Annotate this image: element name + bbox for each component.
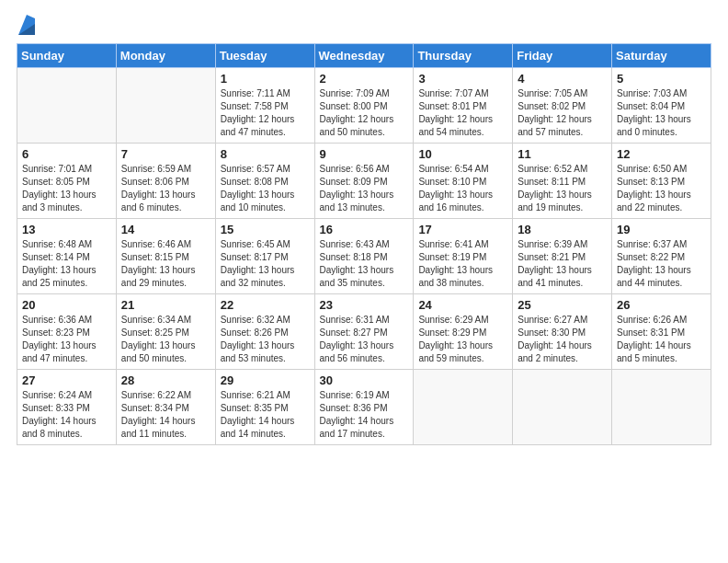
day-number: 29 [221, 373, 310, 387]
day-number: 20 [22, 298, 111, 312]
day-number: 1 [221, 72, 310, 86]
day-number: 27 [22, 373, 111, 387]
day-number: 10 [418, 147, 507, 161]
calendar-week-3: 13Sunrise: 6:48 AM Sunset: 8:14 PM Dayli… [17, 219, 711, 294]
day-detail: Sunrise: 6:52 AM Sunset: 8:11 PM Dayligh… [518, 163, 607, 214]
day-header-monday: Monday [116, 44, 215, 68]
calendar-cell [17, 68, 117, 144]
day-number: 25 [518, 298, 607, 312]
calendar-cell: 6Sunrise: 7:01 AM Sunset: 8:05 PM Daylig… [17, 144, 117, 219]
day-detail: Sunrise: 6:48 AM Sunset: 8:14 PM Dayligh… [22, 238, 111, 290]
calendar-cell: 21Sunrise: 6:34 AM Sunset: 8:25 PM Dayli… [116, 294, 215, 370]
day-number: 5 [617, 72, 706, 86]
day-detail: Sunrise: 6:39 AM Sunset: 8:21 PM Dayligh… [518, 238, 607, 290]
day-detail: Sunrise: 7:07 AM Sunset: 8:01 PM Dayligh… [418, 87, 507, 139]
day-detail: Sunrise: 6:24 AM Sunset: 8:33 PM Dayligh… [22, 389, 111, 441]
day-number: 12 [617, 147, 706, 161]
day-header-saturday: Saturday [612, 44, 711, 68]
page: SundayMondayTuesdayWednesdayThursdayFrid… [0, 0, 728, 563]
day-detail: Sunrise: 6:56 AM Sunset: 8:09 PM Dayligh… [320, 163, 409, 214]
calendar-cell: 7Sunrise: 6:59 AM Sunset: 8:06 PM Daylig… [116, 144, 215, 219]
calendar-table: SundayMondayTuesdayWednesdayThursdayFrid… [17, 43, 711, 445]
calendar-cell: 24Sunrise: 6:29 AM Sunset: 8:29 PM Dayli… [414, 294, 513, 370]
logo-icon [18, 15, 35, 35]
day-header-thursday: Thursday [414, 44, 513, 68]
day-detail: Sunrise: 6:21 AM Sunset: 8:35 PM Dayligh… [221, 389, 310, 441]
day-number: 7 [121, 147, 210, 161]
day-detail: Sunrise: 6:32 AM Sunset: 8:26 PM Dayligh… [221, 314, 310, 365]
calendar-cell [612, 370, 711, 445]
day-number: 4 [518, 72, 607, 86]
day-detail: Sunrise: 7:03 AM Sunset: 8:04 PM Dayligh… [617, 87, 706, 139]
day-number: 3 [418, 72, 507, 86]
calendar-cell [116, 68, 215, 144]
calendar-cell: 25Sunrise: 6:27 AM Sunset: 8:30 PM Dayli… [513, 294, 612, 370]
day-detail: Sunrise: 6:50 AM Sunset: 8:13 PM Dayligh… [617, 163, 706, 214]
calendar-week-4: 20Sunrise: 6:36 AM Sunset: 8:23 PM Dayli… [17, 294, 711, 370]
day-number: 26 [617, 298, 706, 312]
day-number: 6 [22, 147, 111, 161]
day-detail: Sunrise: 7:01 AM Sunset: 8:05 PM Dayligh… [22, 163, 111, 214]
calendar-cell: 12Sunrise: 6:50 AM Sunset: 8:13 PM Dayli… [612, 144, 711, 219]
calendar-cell: 15Sunrise: 6:45 AM Sunset: 8:17 PM Dayli… [215, 219, 314, 294]
day-detail: Sunrise: 6:59 AM Sunset: 8:06 PM Dayligh… [121, 163, 210, 214]
calendar-header-row: SundayMondayTuesdayWednesdayThursdayFrid… [17, 44, 711, 68]
calendar-cell: 3Sunrise: 7:07 AM Sunset: 8:01 PM Daylig… [414, 68, 513, 144]
day-number: 15 [221, 223, 310, 236]
calendar-cell: 2Sunrise: 7:09 AM Sunset: 8:00 PM Daylig… [314, 68, 414, 144]
header [17, 15, 711, 36]
calendar-cell: 11Sunrise: 6:52 AM Sunset: 8:11 PM Dayli… [513, 144, 612, 219]
day-number: 13 [22, 223, 111, 236]
day-detail: Sunrise: 6:36 AM Sunset: 8:23 PM Dayligh… [22, 314, 111, 365]
day-detail: Sunrise: 6:57 AM Sunset: 8:08 PM Dayligh… [221, 163, 310, 214]
calendar-cell: 23Sunrise: 6:31 AM Sunset: 8:27 PM Dayli… [314, 294, 414, 370]
calendar-cell: 26Sunrise: 6:26 AM Sunset: 8:31 PM Dayli… [612, 294, 711, 370]
calendar-cell: 27Sunrise: 6:24 AM Sunset: 8:33 PM Dayli… [17, 370, 117, 445]
day-detail: Sunrise: 6:29 AM Sunset: 8:29 PM Dayligh… [418, 314, 507, 365]
day-number: 18 [518, 223, 607, 236]
day-number: 19 [617, 223, 706, 236]
logo [17, 15, 35, 36]
day-detail: Sunrise: 6:22 AM Sunset: 8:34 PM Dayligh… [121, 389, 210, 441]
calendar-week-2: 6Sunrise: 7:01 AM Sunset: 8:05 PM Daylig… [17, 144, 711, 219]
day-detail: Sunrise: 6:45 AM Sunset: 8:17 PM Dayligh… [221, 238, 310, 290]
day-detail: Sunrise: 6:54 AM Sunset: 8:10 PM Dayligh… [418, 163, 507, 214]
calendar-cell: 14Sunrise: 6:46 AM Sunset: 8:15 PM Dayli… [116, 219, 215, 294]
calendar-cell: 1Sunrise: 7:11 AM Sunset: 7:58 PM Daylig… [215, 68, 314, 144]
day-detail: Sunrise: 6:26 AM Sunset: 8:31 PM Dayligh… [617, 314, 706, 365]
day-header-tuesday: Tuesday [215, 44, 314, 68]
day-header-sunday: Sunday [17, 44, 117, 68]
calendar-week-5: 27Sunrise: 6:24 AM Sunset: 8:33 PM Dayli… [17, 370, 711, 445]
calendar-cell: 17Sunrise: 6:41 AM Sunset: 8:19 PM Dayli… [414, 219, 513, 294]
calendar-cell: 28Sunrise: 6:22 AM Sunset: 8:34 PM Dayli… [116, 370, 215, 445]
day-number: 30 [320, 373, 409, 387]
calendar-week-1: 1Sunrise: 7:11 AM Sunset: 7:58 PM Daylig… [17, 68, 711, 144]
day-number: 8 [221, 147, 310, 161]
calendar-cell: 8Sunrise: 6:57 AM Sunset: 8:08 PM Daylig… [215, 144, 314, 219]
day-number: 16 [320, 223, 409, 236]
calendar-cell: 13Sunrise: 6:48 AM Sunset: 8:14 PM Dayli… [17, 219, 117, 294]
day-header-wednesday: Wednesday [314, 44, 414, 68]
day-number: 24 [418, 298, 507, 312]
day-detail: Sunrise: 6:41 AM Sunset: 8:19 PM Dayligh… [418, 238, 507, 290]
calendar-cell: 20Sunrise: 6:36 AM Sunset: 8:23 PM Dayli… [17, 294, 117, 370]
day-detail: Sunrise: 7:05 AM Sunset: 8:02 PM Dayligh… [518, 87, 607, 139]
day-detail: Sunrise: 6:34 AM Sunset: 8:25 PM Dayligh… [121, 314, 210, 365]
calendar-cell: 4Sunrise: 7:05 AM Sunset: 8:02 PM Daylig… [513, 68, 612, 144]
day-detail: Sunrise: 6:43 AM Sunset: 8:18 PM Dayligh… [320, 238, 409, 290]
day-number: 23 [320, 298, 409, 312]
day-number: 28 [121, 373, 210, 387]
day-number: 2 [320, 72, 409, 86]
day-detail: Sunrise: 6:46 AM Sunset: 8:15 PM Dayligh… [121, 238, 210, 290]
calendar-cell: 19Sunrise: 6:37 AM Sunset: 8:22 PM Dayli… [612, 219, 711, 294]
day-detail: Sunrise: 7:11 AM Sunset: 7:58 PM Dayligh… [221, 87, 310, 139]
calendar-cell: 10Sunrise: 6:54 AM Sunset: 8:10 PM Dayli… [414, 144, 513, 219]
calendar-cell: 9Sunrise: 6:56 AM Sunset: 8:09 PM Daylig… [314, 144, 414, 219]
calendar-cell: 18Sunrise: 6:39 AM Sunset: 8:21 PM Dayli… [513, 219, 612, 294]
day-number: 17 [418, 223, 507, 236]
calendar-cell: 22Sunrise: 6:32 AM Sunset: 8:26 PM Dayli… [215, 294, 314, 370]
calendar-cell: 5Sunrise: 7:03 AM Sunset: 8:04 PM Daylig… [612, 68, 711, 144]
calendar-cell [414, 370, 513, 445]
calendar-cell: 16Sunrise: 6:43 AM Sunset: 8:18 PM Dayli… [314, 219, 414, 294]
day-number: 11 [518, 147, 607, 161]
